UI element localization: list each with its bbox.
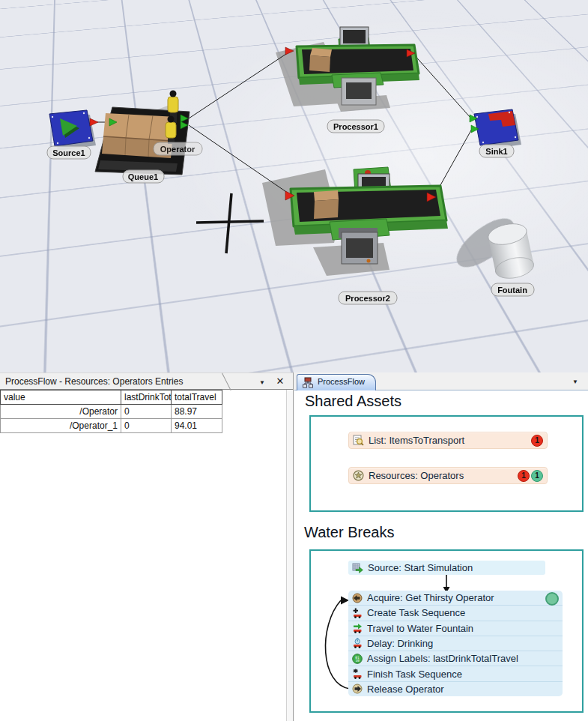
svg-text:Foutain: Foutain (497, 286, 527, 295)
activity-label: Acquire: Get Thirsty Operator (367, 592, 494, 603)
cell-value[interactable]: /Operator_1 (1, 419, 121, 433)
cell-totaltravel[interactable]: 88.97 (172, 405, 222, 419)
activity-release-operator[interactable]: Release Operator (348, 681, 563, 696)
release-icon (352, 684, 363, 694)
table-row: /Operator 0 88.97 (1, 405, 222, 419)
processflow-tabstrip: ProcessFlow ▼ (294, 372, 588, 390)
cell-totaltravel[interactable]: 94.01 (172, 419, 222, 433)
shared-assets-heading: Shared Assets (305, 393, 401, 410)
processor1-label: Processor1 (327, 120, 384, 133)
activity-delay-drinking[interactable]: Delay: Drinking (348, 636, 563, 651)
cell-lastdrink[interactable]: 0 (121, 419, 172, 433)
activity-label: Create Task Sequence (367, 607, 465, 618)
cell-lastdrink[interactable]: 0 (121, 405, 172, 419)
activity-label: Source: Start Simulation (368, 562, 473, 573)
processflow-canvas[interactable]: Shared Assets List: ItemsToTransport 1 (294, 390, 588, 721)
delay-icon (352, 638, 363, 648)
svg-text:10: 10 (355, 659, 360, 663)
activity-label: Finish Task Sequence (367, 669, 462, 680)
fountain-object[interactable] (486, 220, 536, 281)
svg-text:Processor1: Processor1 (333, 122, 378, 131)
acquired-indicator (545, 592, 559, 606)
acquire-icon (352, 593, 363, 603)
list-itemstotransport-asset[interactable]: List: ItemsToTransport 1 (348, 432, 548, 449)
star-badge-icon (353, 470, 364, 481)
operator-label: Operator (154, 142, 202, 155)
processflow-icon (302, 377, 314, 388)
activity-acquire[interactable]: Acquire: Get Thirsty Operator (348, 591, 563, 605)
docked-panels: ProcessFlow - Resources: Operators Entri… (0, 372, 588, 721)
processor2-label: Processor2 (339, 292, 397, 304)
panel-dropdown-button[interactable]: ▼ (572, 378, 578, 385)
panel-close-button[interactable]: ✕ (273, 375, 287, 388)
origin-axis-marker (196, 193, 264, 253)
activity-label: Delay: Drinking (367, 638, 433, 649)
column-header-lastdrink[interactable]: lastDrinkTota (121, 390, 172, 405)
source1-label: Source1 (47, 146, 91, 159)
svg-text:Source1: Source1 (52, 148, 85, 157)
list-backorder-badge: 1 (531, 435, 543, 447)
entries-panel: ProcessFlow - Resources: Operators Entri… (0, 372, 294, 721)
column-header-totaltravel[interactable]: totalTravel (172, 390, 222, 405)
vertical-scrollbar[interactable] (286, 390, 293, 721)
column-header-value[interactable]: value (1, 390, 121, 405)
source1-object[interactable] (49, 110, 96, 151)
activity-source-start-simulation[interactable]: Source: Start Simulation (348, 561, 545, 575)
svg-text:Operator: Operator (160, 145, 196, 154)
activity-finish-task-sequence[interactable]: Finish Task Sequence (348, 666, 563, 681)
svg-text:Processor2: Processor2 (345, 294, 390, 303)
fountain-label: Foutain (491, 283, 534, 296)
activity-label: Release Operator (367, 684, 444, 695)
list-search-icon (353, 435, 364, 446)
activity-travel[interactable]: Travel to Water Fountain (348, 621, 563, 636)
table-row: /Operator_1 0 94.01 (1, 419, 222, 433)
queue1-label: Queue1 (123, 170, 164, 183)
shared-assets-container: List: ItemsToTransport 1 Resources: Oper… (309, 415, 584, 512)
finish-task-icon (352, 669, 363, 679)
activity-create-task-sequence[interactable]: Create Task Sequence (348, 605, 563, 620)
processflow-panel: ProcessFlow ▼ Shared Assets List: ItemsT… (294, 372, 588, 721)
svg-text:Sink1: Sink1 (485, 147, 507, 156)
assign-labels-icon: 01 10 (352, 654, 363, 664)
flexsim-window: Source1 Queue1 Operator Processor1 Sink1 (0, 0, 588, 721)
resources-operators-asset[interactable]: Resources: Operators 1 1 (348, 467, 548, 484)
sink1-label: Sink1 (479, 145, 514, 157)
svg-text:Queue1: Queue1 (128, 172, 158, 181)
sink1-object[interactable] (474, 109, 521, 150)
activity-label: Travel to Water Fountain (367, 623, 473, 634)
panel-dropdown-button[interactable]: ▼ (255, 375, 269, 388)
travel-icon (352, 623, 363, 633)
entries-panel-title: ProcessFlow - Resources: Operators Entri… (5, 376, 183, 387)
tab-processflow[interactable]: ProcessFlow (297, 374, 376, 390)
water-breaks-heading: Water Breaks (304, 524, 394, 541)
activity-assign-labels[interactable]: 01 10 Assign Labels: lastDrinkTotalTrave… (348, 651, 563, 666)
operators-entries-table: value lastDrinkTota totalTravel /Operato… (0, 390, 222, 433)
asset-label: Resources: Operators (369, 470, 464, 481)
tab-slant-divider (222, 373, 231, 391)
3d-view[interactable]: Source1 Queue1 Operator Processor1 Sink1 (0, 0, 588, 372)
asset-label: List: ItemsToTransport (369, 435, 464, 446)
entries-panel-titlebar: ProcessFlow - Resources: Operators Entri… (0, 372, 293, 390)
create-task-icon (352, 608, 363, 618)
resource-waiting-badge: 1 (518, 470, 530, 482)
activity-label: Assign Labels: lastDrinkTotalTravel (367, 653, 518, 664)
resource-acquired-badge: 1 (531, 470, 543, 482)
water-breaks-activity-block: Acquire: Get Thirsty Operator Create Tas… (348, 591, 563, 696)
water-breaks-container: Source: Start Simulation Acquire: Get Th… (309, 549, 584, 713)
cell-value[interactable]: /Operator (1, 405, 121, 419)
source-activity-icon (352, 563, 363, 573)
tab-processflow-label: ProcessFlow (318, 377, 365, 386)
